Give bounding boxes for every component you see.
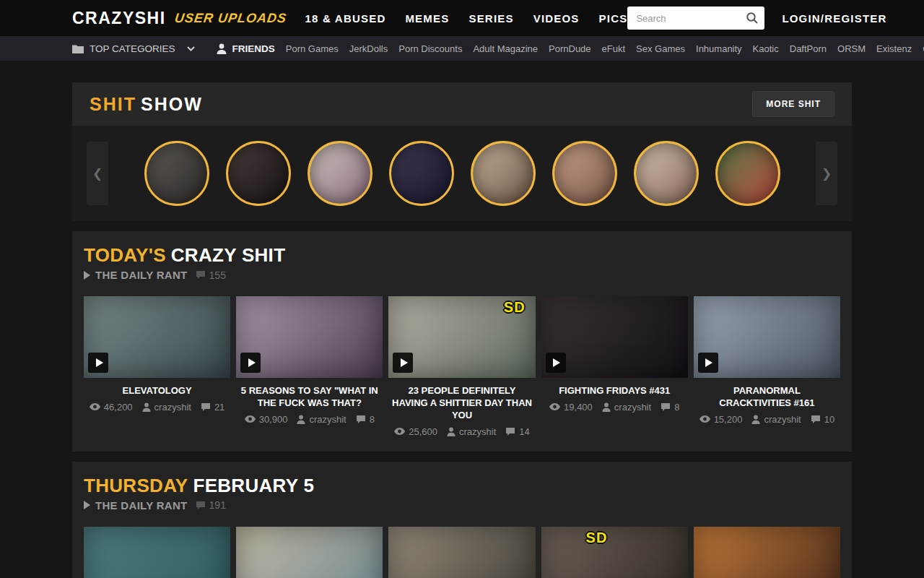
video-thumbnail[interactable]: [236, 527, 383, 578]
carousel-circle-thumbnail[interactable]: [715, 141, 780, 206]
daily-rant-link[interactable]: THE DAILY RANT 191: [84, 499, 840, 512]
play-icon[interactable]: [240, 353, 261, 373]
carousel-left-arrow[interactable]: ❮: [87, 142, 108, 205]
video-title[interactable]: 5 REASONS TO SAY "WHAT IN THE FUCK WAS T…: [236, 385, 383, 410]
carousel-circle-thumbnail[interactable]: [144, 141, 209, 206]
subnav-partner-link[interactable]: JerkDolls: [349, 43, 388, 54]
video-stats: 19,400 crazyshit 8: [541, 402, 688, 413]
video-card[interactable]: SD 23 PEOPLE DEFINITELY HAVING A SHITTIE…: [388, 296, 535, 437]
comments-bubble-icon: [661, 402, 671, 412]
uploader-person-icon: [447, 427, 456, 436]
main-content: SHITSHOW MORE SHIT ❮ ❯ TODAY'SCRAZY SHIT…: [72, 82, 852, 578]
daily-rant-link[interactable]: THE DAILY RANT 155: [84, 269, 840, 281]
views-count: 25,600: [409, 426, 437, 437]
video-thumbnail[interactable]: SD: [541, 527, 688, 578]
video-title[interactable]: FIGHTING FRIDAYS #431: [541, 385, 688, 397]
video-thumbnail[interactable]: SD: [388, 296, 535, 378]
top-menu: 18 & ABUSED MEMES SERIES VIDEOS PICS: [305, 12, 628, 25]
subnav-partner-link[interactable]: ORSM: [837, 43, 866, 54]
play-icon[interactable]: [546, 353, 566, 373]
views-count: 15,200: [714, 414, 743, 425]
video-thumbnail[interactable]: [388, 527, 535, 578]
subnav-partner-link[interactable]: PornDude: [549, 43, 591, 54]
video-cards-row: ELEVATOLOGY 46,200 crazyshit 21 5 REASON…: [84, 296, 840, 437]
search-icon[interactable]: [746, 12, 759, 25]
video-stats: 15,200 crazyshit 10: [694, 414, 840, 425]
carousel-circle-thumbnail[interactable]: [552, 141, 617, 206]
subnav-partner-link[interactable]: Sex Games: [636, 43, 685, 54]
views-count: 19,400: [564, 402, 593, 413]
views-count: 46,200: [104, 402, 133, 413]
carousel-right-arrow[interactable]: ❯: [816, 142, 837, 205]
video-thumbnail[interactable]: [694, 527, 840, 578]
login-register-button[interactable]: LOGIN/REGISTER: [782, 12, 886, 25]
carousel-circle-thumbnail[interactable]: [471, 141, 536, 206]
carousel-circle-thumbnail[interactable]: [226, 141, 291, 206]
site-logo[interactable]: CRAZYSHI: [72, 9, 166, 28]
views-eye-icon: [245, 415, 256, 423]
subnav-partner-link[interactable]: Inhumanity: [696, 43, 742, 54]
video-card[interactable]: [388, 527, 535, 578]
menu-item-pics[interactable]: PICS: [599, 12, 628, 25]
friends-label: FRIENDS: [232, 43, 275, 54]
uploader-name[interactable]: crazyshit: [309, 414, 346, 425]
subnav-partner-link[interactable]: Kaotic: [753, 43, 779, 54]
comments-bubble-icon: [356, 415, 366, 424]
uploader-name[interactable]: crazyshit: [764, 414, 801, 425]
subnav-partner-link[interactable]: Existenz: [876, 43, 912, 54]
views-eye-icon: [394, 428, 405, 435]
video-card[interactable]: [84, 527, 230, 578]
video-card[interactable]: [694, 527, 840, 578]
menu-item-18-abused[interactable]: 18 & ABUSED: [305, 12, 386, 25]
video-card[interactable]: FIGHTING FRIDAYS #431 19,400 crazyshit 8: [541, 296, 688, 437]
subnav-partner-link[interactable]: Porn Games: [286, 43, 339, 54]
more-shit-button[interactable]: MORE SHIT: [752, 91, 834, 117]
menu-item-videos[interactable]: VIDEOS: [533, 12, 580, 25]
play-icon[interactable]: [393, 353, 413, 373]
carousel-circle-thumbnail[interactable]: [389, 141, 454, 206]
video-thumbnail[interactable]: [694, 296, 840, 378]
shit-show-header: SHITSHOW MORE SHIT: [72, 82, 852, 126]
menu-item-memes[interactable]: MEMES: [405, 12, 449, 25]
video-title[interactable]: 23 PEOPLE DEFINITELY HAVING A SHITTIER D…: [388, 385, 535, 422]
search-input[interactable]: [627, 7, 764, 30]
uploader-name[interactable]: crazyshit: [154, 402, 191, 413]
chevron-down-icon[interactable]: [187, 46, 195, 51]
views-count: 30,900: [259, 414, 288, 425]
subnav-partner-link[interactable]: eFukt: [602, 43, 626, 54]
carousel-circle-thumbnail[interactable]: [308, 141, 372, 206]
uploader-name[interactable]: crazyshit: [459, 426, 496, 437]
top-categories-dropdown[interactable]: TOP CATEGORIES: [72, 43, 195, 54]
video-title[interactable]: ELEVATOLOGY: [84, 385, 230, 397]
video-title[interactable]: PARANORMAL CRACKTIVITIES #161: [694, 385, 840, 410]
video-card[interactable]: PARANORMAL CRACKTIVITIES #161 15,200 cra…: [694, 296, 840, 437]
video-thumbnail[interactable]: [84, 296, 230, 378]
carousel-circle-thumbnail[interactable]: [634, 141, 699, 206]
video-thumbnail[interactable]: [236, 296, 383, 378]
play-icon[interactable]: [88, 353, 108, 373]
video-card[interactable]: 5 REASONS TO SAY "WHAT IN THE FUCK WAS T…: [236, 296, 383, 437]
friends-link[interactable]: FRIENDS: [217, 43, 275, 54]
comments-count: 21: [214, 402, 225, 413]
uploader-name[interactable]: crazyshit: [614, 402, 651, 413]
comments-bubble-icon: [201, 402, 211, 412]
comment-bubble-icon: [196, 501, 206, 510]
video-section: TODAY'SCRAZY SHIT THE DAILY RANT 155 ELE…: [72, 231, 852, 452]
daily-rant-label: THE DAILY RANT: [95, 269, 188, 281]
video-card[interactable]: [236, 527, 383, 578]
video-card[interactable]: SD: [541, 527, 688, 578]
video-thumbnail[interactable]: [84, 527, 230, 578]
subnav-partner-link[interactable]: DaftPorn: [790, 43, 827, 54]
subnav-partner-link[interactable]: Porn Discounts: [398, 43, 462, 54]
video-card[interactable]: ELEVATOLOGY 46,200 crazyshit 21: [84, 296, 230, 437]
subnav-partner-link[interactable]: Adult Magazine: [473, 43, 538, 54]
video-thumbnail[interactable]: [541, 296, 688, 378]
shit-show-title: SHITSHOW: [90, 94, 203, 115]
menu-item-series[interactable]: SERIES: [468, 12, 513, 25]
daily-rant-comment-count: 155: [209, 269, 226, 281]
video-stats: 46,200 crazyshit 21: [84, 402, 230, 413]
play-icon[interactable]: [698, 353, 718, 373]
comments-bubble-icon: [811, 415, 821, 424]
sd-badge: SD: [504, 299, 526, 316]
section-title-accent: THURSDAY: [84, 475, 188, 496]
